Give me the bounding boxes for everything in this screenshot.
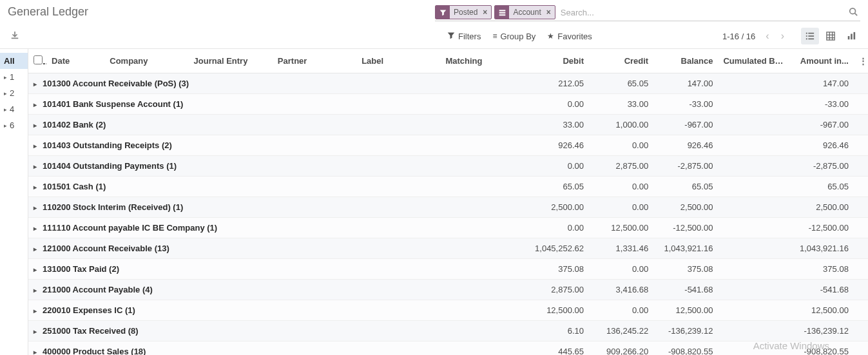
col-date[interactable]: Date: [46, 49, 104, 73]
cell-debit: 375.08: [525, 259, 589, 280]
row-spacer: [854, 341, 868, 356]
download-icon[interactable]: [8, 28, 22, 44]
table-row[interactable]: ▸251000 Tax Received (8)6.10136,245.22-1…: [28, 321, 868, 341]
favorites-button[interactable]: ★ Favorites: [547, 32, 592, 41]
table-row[interactable]: ▸101501 Cash (1)65.050.0065.0565.05: [28, 177, 868, 197]
table-row[interactable]: ▸131000 Tax Paid (2)375.080.00375.08375.…: [28, 259, 868, 280]
select-all-checkbox[interactable]: [34, 55, 43, 64]
col-journal[interactable]: Journal Entry: [189, 49, 273, 73]
sidebar-item-6[interactable]: ▸6: [0, 117, 28, 133]
caret-right-icon: ▸: [4, 90, 7, 97]
table-row[interactable]: ▸101404 Outstanding Payments (1)0.002,87…: [28, 156, 868, 177]
cell-balance: -12,500.00: [653, 218, 718, 238]
cell-amount: -908,820.55: [789, 341, 854, 356]
col-partner[interactable]: Partner: [273, 49, 356, 73]
group-label[interactable]: ▸220010 Expenses IC (1): [28, 300, 525, 321]
group-label[interactable]: ▸101403 Outstanding Receipts (2): [28, 135, 525, 156]
caret-right-icon: ▸: [34, 81, 40, 88]
table-row[interactable]: ▸101403 Outstanding Receipts (2)926.460.…: [28, 135, 868, 156]
svg-point-6: [806, 33, 807, 34]
pager-next[interactable]: ›: [777, 29, 788, 43]
group-label[interactable]: ▸101300 Account Receivable (PoS) (3): [28, 73, 525, 94]
cell-debit: 0.00: [525, 94, 589, 115]
group-label[interactable]: ▸101402 Bank (2): [28, 115, 525, 135]
caret-right-icon: ▸: [34, 307, 40, 314]
search-bar[interactable]: Posted × Account ×: [435, 5, 860, 21]
table-row[interactable]: ▸121000 Account Receivable (13)1,045,252…: [28, 238, 868, 259]
svg-rect-12: [827, 32, 834, 40]
cell-credit: 3,416.68: [589, 280, 653, 300]
cell-debit: 12,500.00: [525, 300, 589, 321]
cell-balance: 375.08: [653, 259, 718, 280]
group-label[interactable]: ▸131000 Tax Paid (2): [28, 259, 525, 280]
search-input[interactable]: [558, 6, 846, 19]
cell-amount: 12,500.00: [789, 300, 854, 321]
group-label[interactable]: ▸211000 Account Payable (4): [28, 280, 525, 300]
pager-prev[interactable]: ‹: [762, 29, 773, 43]
cell-credit: 909,266.20: [589, 341, 653, 356]
table-row[interactable]: ▸211000 Account Payable (4)2,875.003,416…: [28, 280, 868, 300]
col-matching[interactable]: Matching: [440, 49, 524, 73]
cell-amount: 1,043,921.16: [789, 238, 854, 259]
column-options-icon[interactable]: ⋮: [859, 56, 868, 66]
caret-right-icon: ▸: [34, 122, 40, 129]
list-icon: ≡: [492, 32, 497, 41]
group-label[interactable]: ▸101401 Bank Suspense Account (1): [28, 94, 525, 115]
group-label[interactable]: ▸101501 Cash (1): [28, 177, 525, 197]
search-icon[interactable]: [846, 7, 860, 18]
group-label[interactable]: ▸101404 Outstanding Payments (1): [28, 156, 525, 177]
table-row[interactable]: ▸101401 Bank Suspense Account (1)0.0033.…: [28, 94, 868, 115]
facet-posted[interactable]: Posted ×: [435, 5, 492, 19]
table-row[interactable]: ▸101300 Account Receivable (PoS) (3)212.…: [28, 73, 868, 94]
col-balance[interactable]: Balance: [653, 49, 718, 73]
col-credit[interactable]: Credit: [589, 49, 653, 73]
col-cumulated[interactable]: Cumulated Bal...: [718, 49, 789, 73]
cell-balance: 1,043,921.16: [653, 238, 718, 259]
row-spacer: [854, 280, 868, 300]
group-label[interactable]: ▸400000 Product Sales (18): [28, 341, 525, 356]
close-icon[interactable]: ×: [481, 8, 491, 17]
cell-amount: 2,500.00: [789, 197, 854, 218]
group-label[interactable]: ▸121000 Account Receivable (13): [28, 238, 525, 259]
sidebar-item-2[interactable]: ▸2: [0, 85, 28, 101]
table-row[interactable]: ▸101402 Bank (2)33.001,000.00-967.00-967…: [28, 115, 868, 135]
cell-balance: -908,820.55: [653, 341, 718, 356]
group-label[interactable]: ▸111110 Account payable IC BE Company (1…: [28, 218, 525, 238]
svg-rect-17: [848, 36, 850, 39]
cell-amount: -33.00: [789, 94, 854, 115]
group-label[interactable]: ▸110200 Stock Interim (Received) (1): [28, 197, 525, 218]
caret-right-icon: ▸: [34, 225, 40, 232]
page-title: General Ledger: [8, 5, 88, 19]
table-row[interactable]: ▸400000 Product Sales (18)445.65909,266.…: [28, 341, 868, 356]
sidebar-item-4[interactable]: ▸4: [0, 101, 28, 117]
filters-button[interactable]: Filters: [447, 32, 481, 41]
col-company[interactable]: Company: [104, 49, 188, 73]
caret-right-icon: ▸: [34, 245, 40, 253]
view-graph-button[interactable]: [842, 28, 860, 44]
group-label[interactable]: ▸251000 Tax Received (8): [28, 321, 525, 341]
view-list-button[interactable]: [801, 28, 819, 44]
caret-right-icon: ▸: [34, 101, 40, 108]
cell-credit: 12,500.00: [589, 218, 653, 238]
caret-right-icon: ▸: [34, 142, 40, 149]
facet-account[interactable]: Account ×: [494, 5, 555, 19]
filters-label: Filters: [458, 32, 481, 41]
view-pivot-button[interactable]: [822, 28, 840, 44]
row-spacer: [854, 94, 868, 115]
cell-cumulated: [718, 280, 789, 300]
group-icon: [495, 5, 509, 19]
ledger-table: Date Company Journal Entry Partner Label…: [28, 49, 868, 355]
table-row[interactable]: ▸110200 Stock Interim (Received) (1)2,50…: [28, 197, 868, 218]
sidebar-item-all[interactable]: All: [0, 53, 28, 69]
row-spacer: [854, 218, 868, 238]
cell-debit: 0.00: [525, 156, 589, 177]
col-label[interactable]: Label: [356, 49, 440, 73]
groupby-button[interactable]: ≡ Group By: [492, 32, 535, 41]
table-row[interactable]: ▸220010 Expenses IC (1)12,500.000.0012,5…: [28, 300, 868, 321]
col-amount[interactable]: Amount in...: [789, 49, 854, 73]
close-icon[interactable]: ×: [545, 8, 555, 17]
cell-amount: 926.46: [789, 135, 854, 156]
sidebar-item-1[interactable]: ▸1: [0, 69, 28, 85]
col-debit[interactable]: Debit: [525, 49, 589, 73]
table-row[interactable]: ▸111110 Account payable IC BE Company (1…: [28, 218, 868, 238]
